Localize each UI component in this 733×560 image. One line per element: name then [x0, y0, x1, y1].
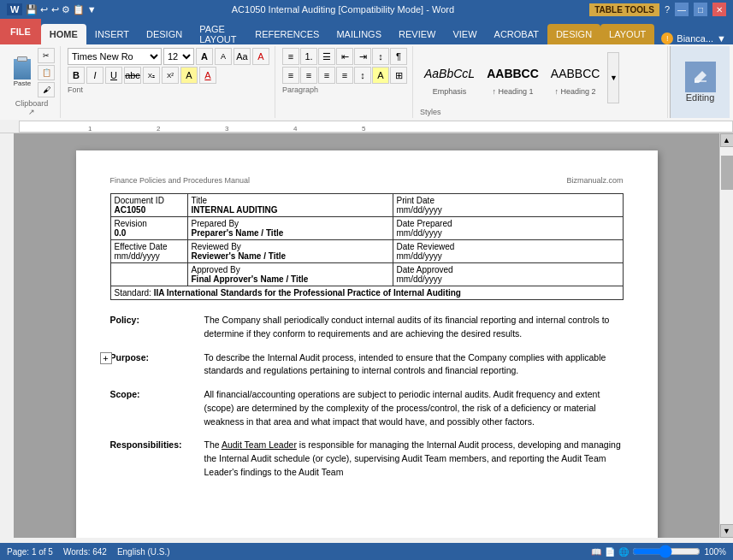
sort-btn[interactable]: ↕: [372, 48, 389, 65]
vertical-scrollbar[interactable]: ▲ ▼: [719, 133, 733, 538]
tab-references[interactable]: REFERENCES: [246, 24, 328, 44]
purpose-text[interactable]: To describe the Internal Audit process, …: [204, 351, 624, 379]
paragraph-label: Paragraph: [282, 85, 407, 94]
style-heading2[interactable]: AABBCC ↑ Heading 2: [547, 57, 605, 98]
tab-page-layout[interactable]: PAGE LAYOUT: [191, 24, 246, 44]
styles-scroll-btn[interactable]: ▼: [607, 52, 619, 103]
table-row: Approved By Final Approver's Name / Titl…: [110, 263, 623, 286]
font-name-selector[interactable]: Times New Ro: [68, 48, 162, 65]
font-selectors-row: Times New Ro 12 A A Aa A: [68, 48, 269, 65]
shading-btn[interactable]: A: [372, 67, 389, 84]
table-cell[interactable]: Print Date mm/dd/yyyy: [393, 194, 623, 217]
minimize-btn[interactable]: —: [675, 3, 689, 16]
cell-label: Date Approved: [397, 265, 619, 274]
paste-button[interactable]: Paste: [9, 57, 36, 88]
highlight-btn[interactable]: A: [180, 67, 198, 84]
table-cell[interactable]: Date Prepared mm/dd/yyyy: [393, 217, 623, 240]
tab-view[interactable]: VIEW: [444, 24, 485, 44]
increase-font-btn[interactable]: A: [196, 48, 213, 65]
multilevel-btn[interactable]: ☰: [318, 48, 335, 65]
justify-btn[interactable]: ≡: [336, 67, 353, 84]
svg-text:2: 2: [157, 125, 161, 133]
table-cell[interactable]: Approved By Final Approver's Name / Titl…: [187, 263, 393, 286]
document-table[interactable]: Document ID AC1050 Title INTERNAL AUDITI…: [110, 193, 624, 300]
table-cell[interactable]: Prepared By Preparer's Name / Title: [187, 217, 393, 240]
print-layout-btn[interactable]: 📄: [605, 547, 615, 557]
tab-insert[interactable]: INSERT: [86, 24, 138, 44]
user-account[interactable]: ! Bianca... ▼: [654, 32, 733, 44]
style-heading1[interactable]: AABBCC ↑ Heading 1: [482, 57, 543, 98]
help-btn[interactable]: ?: [665, 4, 670, 15]
bold-btn[interactable]: B: [68, 67, 85, 84]
tab-home[interactable]: HOME: [41, 24, 86, 44]
styles-group: AaBbCcL Emphasis AABBCC ↑ Heading 1 AABB…: [415, 46, 668, 118]
format-painter-button[interactable]: 🖌: [38, 82, 55, 97]
policy-section: Policy: The Company shall periodically c…: [110, 314, 624, 341]
responsibilities-text[interactable]: The Audit Team Leader is responsible for…: [204, 439, 624, 479]
ruler-marks: 1 2 3 4 5: [20, 121, 732, 133]
tab-mailings[interactable]: MAILINGS: [328, 24, 390, 44]
policy-text[interactable]: The Company shall periodically conduct i…: [204, 314, 624, 341]
scope-text[interactable]: All financial/accounting operations are …: [204, 388, 624, 428]
scroll-up-btn[interactable]: ▲: [720, 133, 734, 147]
user-dropdown-icon[interactable]: ▼: [717, 33, 726, 44]
zoom-slider[interactable]: [632, 545, 700, 558]
strikethrough-btn[interactable]: abc: [124, 67, 141, 84]
tab-table-design[interactable]: DESIGN: [547, 24, 600, 44]
doc-header: Finance Policies and Procedures Manual B…: [110, 176, 624, 185]
text-effects-btn[interactable]: A: [252, 48, 269, 65]
tab-review[interactable]: REVIEW: [390, 24, 444, 44]
table-cell[interactable]: Revision 0.0: [110, 217, 187, 240]
tab-acrobat[interactable]: ACROBAT: [486, 24, 547, 44]
scroll-thumb[interactable]: [721, 156, 733, 190]
table-handle-btn[interactable]: +: [100, 352, 112, 364]
style-emphasis[interactable]: AaBbCcL Emphasis: [420, 57, 479, 98]
bullets-btn[interactable]: ≡: [282, 48, 299, 65]
document-area[interactable]: + Finance Policies and Procedures Manual…: [14, 133, 719, 538]
svg-text:5: 5: [362, 125, 366, 133]
show-formatting-btn[interactable]: ¶: [390, 48, 407, 65]
font-size-selector[interactable]: 12: [163, 48, 194, 65]
underline-btn[interactable]: U: [105, 67, 122, 84]
italic-btn[interactable]: I: [86, 67, 103, 84]
heading2-label: ↑ Heading 2: [555, 87, 596, 96]
scroll-down-btn[interactable]: ▼: [720, 524, 734, 538]
increase-indent-btn[interactable]: ⇥: [354, 48, 371, 65]
align-center-btn[interactable]: ≡: [300, 67, 317, 84]
cell-value: Reviewer's Name / Title: [192, 251, 389, 261]
align-right-btn[interactable]: ≡: [318, 67, 335, 84]
cell-value: INTERNAL AUDITING: [192, 205, 389, 215]
table-cell[interactable]: Effective Date mm/dd/yyyy: [110, 240, 187, 263]
emphasis-label: Emphasis: [433, 87, 467, 96]
tab-table-layout[interactable]: LAYOUT: [600, 24, 654, 44]
table-cell[interactable]: Date Approved mm/dd/yyyy: [393, 263, 623, 286]
decrease-indent-btn[interactable]: ⇤: [336, 48, 353, 65]
tab-design[interactable]: DESIGN: [138, 24, 191, 44]
quick-access: 💾 ↩ ↩ ⚙ 📋 ▼: [26, 4, 96, 15]
superscript-btn[interactable]: X²: [162, 67, 179, 84]
numbering-btn[interactable]: 1.: [300, 48, 317, 65]
close-btn[interactable]: ✕: [712, 3, 726, 16]
heading2-preview: AABBCC: [551, 60, 600, 87]
web-layout-btn[interactable]: 🌐: [618, 547, 629, 557]
table-cell[interactable]: Reviewed By Reviewer's Name / Title: [187, 240, 393, 263]
table-cell[interactable]: [110, 263, 187, 286]
subscript-btn[interactable]: X₂: [143, 67, 160, 84]
line-spacing-btn[interactable]: ↕: [354, 67, 371, 84]
tab-file[interactable]: FILE: [0, 19, 41, 44]
cut-button[interactable]: ✂: [38, 48, 55, 63]
standard-cell[interactable]: Standard: IIA International Standards fo…: [110, 286, 623, 300]
table-cell[interactable]: Date Reviewed mm/dd/yyyy: [393, 240, 623, 263]
table-cell[interactable]: Title INTERNAL AUDITING: [187, 194, 393, 217]
maximize-btn[interactable]: □: [694, 3, 707, 16]
clear-format-btn[interactable]: Aa: [233, 48, 251, 65]
copy-button[interactable]: 📋: [38, 65, 55, 80]
clipboard-expand-icon[interactable]: ↗: [28, 108, 35, 116]
table-cell[interactable]: Document ID AC1050: [110, 194, 187, 217]
borders-btn[interactable]: ⊞: [390, 67, 407, 84]
pencil-icon: [692, 68, 709, 85]
align-left-btn[interactable]: ≡: [282, 67, 299, 84]
read-mode-btn[interactable]: 📖: [591, 547, 601, 557]
decrease-font-btn[interactable]: A: [215, 48, 232, 65]
font-color-btn[interactable]: A: [199, 67, 216, 84]
